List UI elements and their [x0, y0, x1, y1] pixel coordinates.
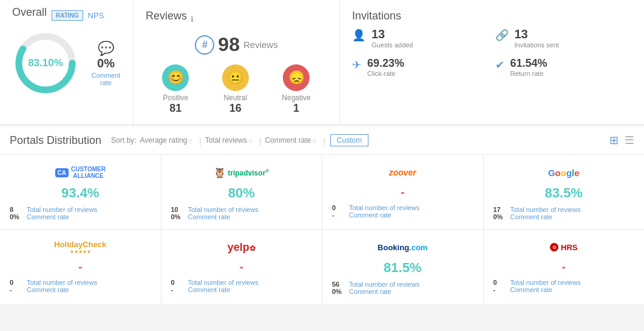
invitations-sent-val: 13 — [515, 27, 559, 41]
portal-stats: 56 Total number of reviews 0% Comment ra… — [332, 281, 473, 295]
neutral-face-icon: 😐 — [222, 64, 249, 91]
guests-added-val: 13 — [371, 27, 413, 41]
portal-reviews-count: 56 — [332, 281, 344, 288]
sort-custom[interactable]: Custom — [330, 134, 368, 146]
positive-count: 81 — [162, 102, 189, 115]
portal-reviews-label: Total number of reviews — [510, 206, 581, 213]
portal-card-yelp: yelp✿ - 0 Total number of reviews - Comm… — [161, 230, 322, 304]
sort-comment-diamond-icon: ◇ — [312, 137, 317, 144]
neutral-count: 16 — [222, 102, 249, 115]
overall-percentage: 83.10% — [28, 57, 63, 69]
portal-reviews-count: 8 — [10, 206, 22, 213]
portal-stats: 0 Total number of reviews - Comment rate — [332, 204, 473, 219]
comment-rate-box: 💬 0% Comment rate — [91, 41, 121, 86]
portal-comment-rate-val: 0% — [10, 213, 22, 220]
portal-card-customer-alliance: CACUSTOMERALLIANCE 93.4% 8 Total number … — [0, 155, 161, 229]
portal-reviews-label: Total number of reviews — [188, 206, 259, 213]
sort-reviews-diamond-icon: ◇ — [248, 137, 253, 144]
portal-stats: 17 Total number of reviews 0% Comment ra… — [493, 206, 635, 220]
portal-reviews-label: Total number of reviews — [188, 279, 259, 286]
comment-rate-pct: 0% — [91, 56, 121, 70]
sentiment-negative: 😞 Negative 1 — [282, 64, 310, 115]
portal-logo-hc: HolidayCheck★★★★★ — [10, 238, 151, 256]
portal-logo-yelp: yelp✿ — [171, 238, 313, 256]
portal-reviews-count: 0 — [332, 204, 344, 211]
portal-comment-rate-val: - — [171, 286, 183, 293]
positive-label: Positive — [162, 94, 189, 102]
portal-comment-rate-label: Comment rate — [27, 286, 69, 293]
sentiment-positive: 😊 Positive 81 — [162, 64, 189, 115]
portal-reviews-count: 0 — [493, 279, 506, 286]
list-view-icon[interactable]: ☰ — [625, 134, 634, 147]
portal-logo-zoover: zoover — [332, 163, 473, 182]
reviews-count: 98 — [218, 33, 240, 56]
portal-stats: 10 Total number of reviews 0% Comment ra… — [171, 206, 313, 220]
portal-comment-rate-val: - — [493, 286, 506, 293]
sentiment-neutral: 😐 Neutral 16 — [222, 64, 249, 115]
portal-rating: - — [10, 260, 151, 274]
portal-reviews-count: 0 — [10, 279, 22, 286]
sort-sep-3: | — [323, 136, 325, 145]
neutral-label: Neutral — [222, 94, 249, 102]
portal-reviews-label: Total number of reviews — [27, 206, 97, 213]
portal-comment-rate-val: - — [332, 211, 344, 219]
portal-reviews-count: 17 — [493, 206, 506, 213]
portal-stats: 0 Total number of reviews - Comment rate — [10, 279, 151, 293]
return-rate-val: 61.54% — [510, 57, 547, 70]
portal-logo-ca: CACUSTOMERALLIANCE — [10, 163, 151, 182]
positive-face-icon: 😊 — [162, 64, 189, 91]
portal-reviews-count: 0 — [171, 279, 183, 286]
sort-comment-rate[interactable]: Comment rate ◇ — [265, 136, 317, 145]
portal-rating: 80% — [171, 185, 313, 201]
invitations-sent-icon: 🔗 — [495, 29, 509, 42]
comment-icon: 💬 — [91, 41, 121, 56]
return-rate-icon: ✔ — [495, 58, 504, 72]
portal-logo-google: Google — [493, 163, 635, 182]
portal-comment-rate-val: 0% — [171, 213, 183, 220]
click-rate-icon: ✈ — [352, 58, 361, 72]
sort-avg-diamond-icon: ◇ — [188, 137, 193, 144]
grid-view-icon[interactable]: ⊞ — [609, 134, 619, 147]
sort-avg-rating[interactable]: Average rating ◇ — [140, 136, 193, 145]
portal-rating: - — [171, 260, 313, 274]
portal-rating: - — [493, 260, 635, 274]
portal-comment-rate-label: Comment rate — [349, 211, 391, 219]
nps-badge: NPS — [88, 11, 104, 20]
negative-label: Negative — [282, 94, 310, 102]
reviews-info-icon: ℹ — [191, 15, 194, 24]
click-rate-val: 69.23% — [367, 57, 404, 70]
portal-card-tripadvisor: 🦉tripadvisor® 80% 10 Total number of rev… — [161, 155, 322, 229]
portal-comment-rate-label: Comment rate — [188, 213, 231, 220]
portals-section: Portals Distribution Sort by: Average ra… — [0, 126, 644, 304]
click-rate-label: Click-rate — [367, 70, 404, 77]
sort-by-label: Sort by: — [111, 136, 136, 145]
portal-reviews-count: 10 — [171, 206, 183, 213]
portal-reviews-label: Total number of reviews — [349, 281, 419, 288]
portal-reviews-label: Total number of reviews — [349, 204, 419, 211]
overall-title: Overall — [12, 6, 47, 19]
portal-comment-rate-label: Comment rate — [510, 286, 553, 293]
sort-total-reviews[interactable]: Total reviews ◇ — [205, 136, 253, 145]
portal-comment-rate-val: 0% — [332, 288, 344, 295]
portal-rating: 83.5% — [493, 185, 635, 201]
sort-sep-2: | — [259, 136, 261, 145]
guests-added-label: Guests added — [371, 41, 413, 49]
portal-stats: 0 Total number of reviews - Comment rate — [171, 279, 313, 293]
portal-comment-rate-val: 0% — [493, 213, 506, 220]
portal-card-booking-com: Booking.com 81.5% 56 Total number of rev… — [322, 230, 483, 304]
portal-stats: 8 Total number of reviews 0% Comment rat… — [10, 206, 151, 220]
portal-card-hrs: ⊙HRS - 0 Total number of reviews - Comme… — [484, 230, 645, 304]
portal-card-google: Google 83.5% 17 Total number of reviews … — [484, 155, 645, 229]
return-rate-label: Return rate — [510, 70, 547, 77]
comment-rate-label: Comment rate — [91, 72, 121, 86]
invitations-sent-label: Invitations sent — [515, 41, 559, 49]
return-rate-item: ✔ 61.54% Return rate — [495, 57, 632, 77]
negative-count: 1 — [282, 102, 310, 115]
portal-reviews-label: Total number of reviews — [510, 279, 581, 286]
portal-card-holidaycheck: HolidayCheck★★★★★ - 0 Total number of re… — [0, 230, 161, 304]
portal-comment-rate-label: Comment rate — [510, 213, 553, 220]
invitations-sent-item: 🔗 13 Invitations sent — [495, 27, 632, 49]
sort-sep-1: | — [199, 136, 201, 145]
portal-rating: 93.4% — [10, 185, 151, 201]
portal-reviews-label: Total number of reviews — [27, 279, 97, 286]
